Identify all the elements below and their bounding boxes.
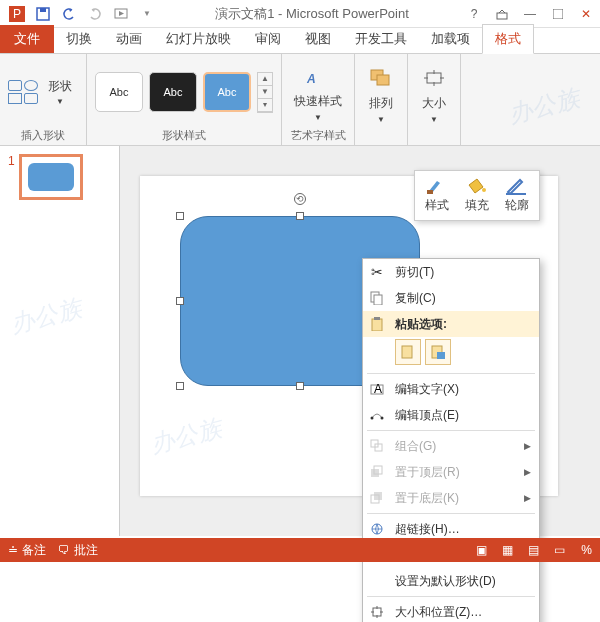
group-insert-shape: 形状 ▼ 插入形状 — [0, 54, 87, 145]
resize-handle[interactable] — [176, 212, 184, 220]
zoom-pct: % — [581, 543, 592, 557]
svg-rect-13 — [506, 193, 526, 195]
style-swatch-2[interactable]: Abc — [149, 72, 197, 112]
clipboard-icon — [367, 314, 387, 334]
text-icon: A — [367, 379, 387, 399]
resize-handle[interactable] — [296, 382, 304, 390]
tab-dev[interactable]: 开发工具 — [343, 25, 419, 53]
slideshow-view[interactable]: ▭ — [549, 542, 569, 558]
comments-button[interactable]: 🗨批注 — [58, 542, 98, 559]
tab-review[interactable]: 审阅 — [243, 25, 293, 53]
minimize-button[interactable]: ― — [516, 1, 544, 27]
quick-style-button[interactable]: A 快速样式▼ — [290, 62, 346, 122]
ctx-edit-text[interactable]: A编辑文字(X) — [363, 376, 539, 402]
svg-rect-17 — [374, 317, 380, 320]
start-slideshow-button[interactable] — [110, 3, 132, 25]
ctx-size-position[interactable]: 大小和位置(Z)… — [363, 599, 539, 622]
view-buttons: ▣ ▦ ▤ ▭ — [471, 542, 569, 558]
ctx-paste-options — [363, 337, 539, 371]
tab-switch[interactable]: 切换 — [54, 25, 104, 53]
tab-file[interactable]: 文件 — [0, 25, 54, 53]
ctx-copy[interactable]: 复制(C) — [363, 285, 539, 311]
size-button[interactable]: 大小▼ — [416, 64, 452, 124]
edit-points-icon — [367, 405, 387, 425]
save-button[interactable] — [32, 3, 54, 25]
svg-rect-5 — [497, 13, 507, 19]
powerpoint-icon: P — [6, 3, 28, 25]
svg-rect-10 — [427, 73, 441, 83]
ribbon: 形状 ▼ 插入形状 Abc Abc Abc ▲▼▾ 形状样式 A 快速样式▼ 艺… — [0, 54, 600, 146]
arrange-button[interactable]: 排列▼ — [363, 64, 399, 124]
group-arrange: 排列▼ — [355, 54, 408, 145]
svg-rect-9 — [377, 75, 389, 85]
size-icon — [367, 602, 387, 622]
mini-fill-button[interactable]: 填充 — [459, 175, 495, 216]
paste-keep-formatting[interactable] — [395, 339, 421, 365]
undo-button[interactable] — [58, 3, 80, 25]
resize-handle[interactable] — [176, 382, 184, 390]
shapes-button[interactable]: 形状 ▼ — [42, 76, 78, 108]
svg-point-24 — [381, 417, 384, 420]
ctx-paste-label: 粘贴选项: — [363, 311, 539, 337]
tab-slideshow[interactable]: 幻灯片放映 — [154, 25, 243, 53]
style-swatch-1[interactable]: Abc — [95, 72, 143, 112]
paste-as-picture[interactable] — [425, 339, 451, 365]
bucket-icon — [465, 177, 489, 195]
maximize-button[interactable] — [544, 1, 572, 27]
resize-handle[interactable] — [176, 297, 184, 305]
group-label: 形状样式 — [162, 126, 206, 143]
close-button[interactable]: ✕ — [572, 1, 600, 27]
status-bar: ≐备注 🗨批注 ▣ ▦ ▤ ▭ % — [0, 538, 600, 562]
sorter-view[interactable]: ▦ — [497, 542, 517, 558]
ctx-edit-points[interactable]: 编辑顶点(E) — [363, 402, 539, 428]
tab-view[interactable]: 视图 — [293, 25, 343, 53]
help-button[interactable]: ? — [460, 1, 488, 27]
quick-access-toolbar: P ▼ — [0, 3, 164, 25]
slide-number: 1 — [8, 154, 15, 200]
pen-icon — [505, 177, 529, 195]
shape-gallery[interactable] — [8, 80, 38, 104]
svg-rect-20 — [437, 352, 445, 359]
normal-view[interactable]: ▣ — [471, 542, 491, 558]
tab-format[interactable]: 格式 — [482, 24, 534, 54]
bring-front-icon — [367, 462, 387, 482]
svg-text:P: P — [13, 7, 21, 21]
qat-more-button[interactable]: ▼ — [136, 3, 158, 25]
group-label: 插入形状 — [21, 126, 65, 143]
style-swatch-3[interactable]: Abc — [203, 72, 251, 112]
svg-rect-18 — [402, 346, 412, 358]
svg-rect-27 — [371, 469, 379, 477]
redo-button[interactable] — [84, 3, 106, 25]
gallery-more[interactable]: ▲▼▾ — [257, 72, 273, 113]
svg-point-23 — [371, 417, 374, 420]
tab-animation[interactable]: 动画 — [104, 25, 154, 53]
svg-rect-6 — [553, 9, 563, 19]
shapes-label: 形状 — [48, 78, 72, 95]
paintbrush-icon — [425, 177, 449, 195]
ctx-set-default[interactable]: 设置为默认形状(D) — [363, 568, 539, 594]
svg-rect-15 — [374, 295, 382, 305]
resize-handle[interactable] — [296, 212, 304, 220]
svg-rect-11 — [427, 190, 433, 194]
tab-addin[interactable]: 加载项 — [419, 25, 482, 53]
svg-point-12 — [482, 188, 486, 192]
context-menu: ✂剪切(T) 复制(C) 粘贴选项: A编辑文字(X) 编辑顶点(E) 组合(G… — [362, 258, 540, 622]
thumb-shape-icon — [28, 163, 74, 191]
window-title: 演示文稿1 - Microsoft PowerPoint — [164, 5, 460, 23]
send-back-icon — [367, 488, 387, 508]
reading-view[interactable]: ▤ — [523, 542, 543, 558]
style-gallery[interactable]: Abc Abc Abc ▲▼▾ — [95, 72, 273, 113]
ctx-cut[interactable]: ✂剪切(T) — [363, 259, 539, 285]
group-label: 艺术字样式 — [291, 126, 346, 143]
svg-rect-3 — [40, 8, 46, 12]
rotate-handle[interactable]: ⟲ — [294, 193, 306, 205]
ctx-bring-front: 置于顶层(R)▶ — [363, 459, 539, 485]
ribbon-tabs: 文件 开始 插入 切换 动画 幻灯片放映 审阅 视图 开发工具 加载项 格式 — [0, 28, 600, 54]
mini-toolbar: 样式 填充 轮廓 — [414, 170, 540, 221]
mini-style-button[interactable]: 样式 — [419, 175, 455, 216]
notes-button[interactable]: ≐备注 — [8, 542, 46, 559]
ribbon-options-button[interactable] — [488, 1, 516, 27]
mini-outline-button[interactable]: 轮廓 — [499, 175, 535, 216]
svg-text:A: A — [374, 382, 382, 396]
slide-thumbnail-1[interactable] — [19, 154, 83, 200]
